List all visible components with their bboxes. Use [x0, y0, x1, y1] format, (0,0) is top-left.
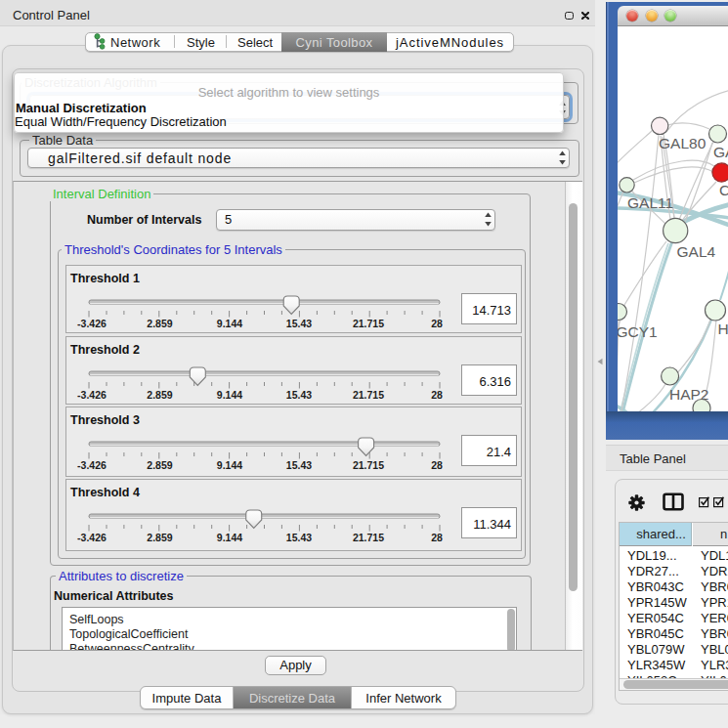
svg-text:GAL4: GAL4: [677, 243, 716, 260]
svg-text:28: 28: [431, 318, 443, 329]
svg-text:GAL80: GAL80: [659, 135, 707, 151]
svg-text:-3.426: -3.426: [77, 532, 107, 543]
svg-text:2.859: 2.859: [147, 459, 172, 471]
svg-text:9.144: 9.144: [217, 459, 242, 471]
svg-text:HAP2: HAP2: [669, 386, 709, 403]
svg-text:C: C: [719, 182, 728, 198]
svg-text:9.144: 9.144: [217, 318, 242, 329]
svg-text:21.715: 21.715: [353, 389, 384, 401]
svg-text:-3.426: -3.426: [77, 459, 107, 471]
svg-text:15.43: 15.43: [286, 389, 312, 401]
svg-text:28: 28: [431, 389, 443, 401]
svg-text:2.859: 2.859: [147, 389, 172, 401]
svg-text:28: 28: [431, 459, 443, 471]
svg-text:15.43: 15.43: [286, 459, 312, 471]
svg-text:21.715: 21.715: [353, 459, 384, 471]
svg-text:-3.426: -3.426: [77, 318, 107, 329]
svg-text:-3.426: -3.426: [77, 389, 107, 401]
svg-text:15.43: 15.43: [286, 532, 312, 543]
svg-text:15.43: 15.43: [286, 318, 312, 329]
svg-text:H: H: [718, 321, 728, 337]
svg-text:GAL11: GAL11: [627, 194, 673, 211]
svg-text:21.715: 21.715: [353, 318, 384, 329]
svg-text:GCY1: GCY1: [618, 323, 658, 340]
svg-text:9.144: 9.144: [217, 532, 242, 543]
svg-text:21.715: 21.715: [353, 532, 384, 543]
svg-text:GA: GA: [713, 144, 728, 160]
svg-text:2.859: 2.859: [147, 318, 172, 329]
svg-text:9.144: 9.144: [217, 389, 242, 401]
svg-text:2.859: 2.859: [147, 532, 172, 543]
svg-text:28: 28: [431, 532, 443, 543]
